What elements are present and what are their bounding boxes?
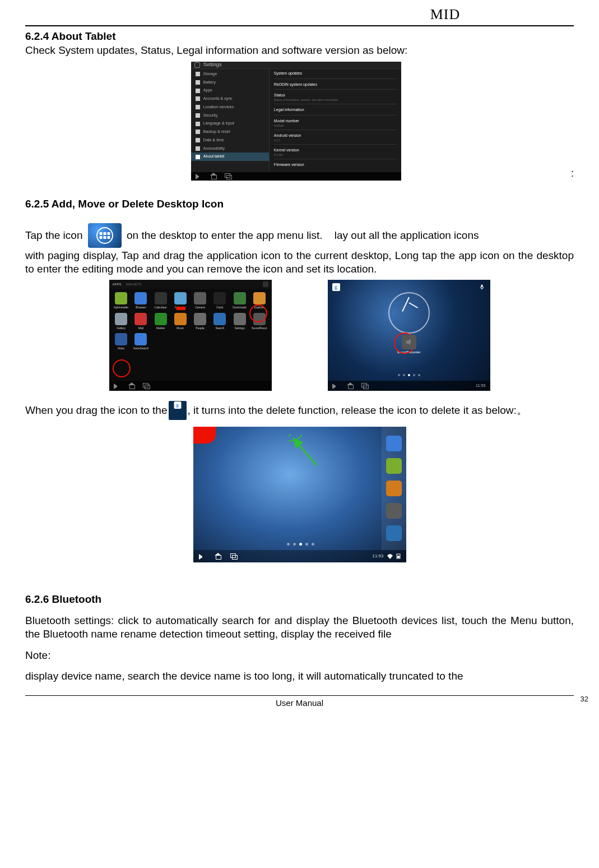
statusbar-time: 11:53	[476, 384, 486, 389]
dock-item	[386, 503, 402, 519]
figure-colon: :	[571, 167, 574, 180]
back-icon	[332, 382, 339, 389]
section-625-p2: with paging display, Tap and drag the ap…	[25, 249, 574, 276]
section-626-note-label: Note:	[25, 649, 574, 662]
dock-item	[386, 436, 402, 451]
back-icon	[199, 553, 206, 560]
about-content: System updates RkODIN system updates Sta…	[270, 69, 401, 172]
battery-icon	[396, 553, 401, 559]
about-side-battery: Battery	[203, 80, 216, 85]
page-indicator	[398, 374, 420, 376]
home-center-app: SoundRecorder	[397, 335, 420, 355]
p3-post: , it turns into the delete function, rel…	[188, 404, 527, 417]
voice-search-icon	[478, 283, 486, 291]
app-drawer-icon	[88, 223, 122, 248]
about-side-storage: Storage	[203, 72, 217, 77]
figure-home-screen: g SoundRecorder 11:53	[328, 280, 490, 391]
app-icon: Video	[113, 333, 130, 350]
section-625-p1: Tap the icon on the desktop to enter the…	[25, 223, 574, 248]
home-icon	[210, 173, 217, 179]
right-dock	[382, 427, 406, 550]
section-624-heading: 6.2.4 About Tablet	[25, 30, 574, 43]
about-sidebar: Storage Battery Apps Accounts & sync Loc…	[191, 69, 270, 172]
p3-pre: When you drag the icon to the	[25, 404, 168, 417]
recent-icon	[361, 382, 368, 389]
figure-about-tablet: Settings Storage Battery Apps Accounts &…	[191, 62, 404, 183]
recent-icon	[143, 382, 150, 389]
about-titlebar: Settings	[191, 62, 401, 69]
figure-apps-grid: APPS WIDGETS ApkInstallerBrowserCalculat…	[109, 280, 272, 391]
recent-icon	[230, 553, 237, 560]
delete-target-indicator	[193, 427, 216, 444]
red-circle-voicesearch	[113, 359, 131, 377]
dock-item	[386, 525, 402, 541]
dock-item	[386, 458, 402, 474]
svg-line-2	[293, 438, 317, 465]
page-header-title: MID	[317, 6, 574, 24]
about-navbar	[191, 172, 401, 181]
analog-clock-widget	[388, 292, 430, 334]
app-icon: ApkInstaller	[113, 292, 130, 309]
section-626-p2: display device name, search the device n…	[25, 670, 574, 683]
page-indicator	[287, 543, 314, 546]
google-search-icon: g	[332, 283, 340, 291]
svg-rect-5	[397, 556, 400, 558]
about-side-accessibility: Accessibility	[203, 146, 225, 151]
app-icon: Search	[211, 313, 229, 330]
footer-label: User Manual	[276, 698, 323, 709]
google-g-inline-icon: g	[169, 401, 187, 420]
about-side-apps: Apps	[203, 88, 212, 93]
app-icon: Camera	[192, 292, 209, 309]
red-circle-explorer	[249, 304, 267, 322]
about-window-title: Settings	[203, 62, 222, 68]
about-side-datetime: Date & time	[203, 138, 224, 143]
app-icon: Downloads	[231, 292, 248, 309]
app-icon: People	[192, 313, 209, 330]
statusbar-time: 11:53	[372, 553, 383, 559]
home-icon	[128, 382, 135, 389]
app-icon: Gallery	[113, 313, 130, 330]
p1-post-text: on the desktop to enter the app menu lis…	[124, 229, 479, 242]
wifi-icon	[387, 553, 393, 559]
section-625-p3: When you drag the icon to the g , it tur…	[25, 401, 574, 420]
about-side-language: Language & input	[203, 121, 234, 126]
about-side-about: About tablet	[203, 154, 224, 159]
footer-rule	[25, 695, 574, 696]
dock-item	[386, 481, 402, 496]
recent-icon	[225, 173, 231, 179]
figure-delete-icon: 11:53	[193, 427, 406, 562]
section-626-p1: Bluetooth settings: click to automatical…	[25, 614, 574, 641]
about-side-backup: Backup & reset	[203, 130, 230, 135]
section-626-heading: 6.2.6 Bluetooth	[25, 593, 574, 606]
p1-pre-text: Tap the icon	[25, 229, 86, 242]
home-icon	[347, 382, 354, 389]
red-annotation-mark	[177, 307, 185, 310]
home-icon	[215, 553, 221, 560]
app-icon: VoiceSearch	[132, 333, 150, 350]
app-icon: Mail	[132, 313, 150, 330]
about-side-accounts: Accounts & sync	[203, 96, 233, 101]
back-icon	[196, 173, 202, 179]
app-icon: Settings	[231, 313, 248, 330]
back-icon	[114, 382, 120, 389]
apps-tab-apps: APPS	[113, 283, 122, 287]
app-icon: Calculator	[152, 292, 169, 309]
shop-icon	[263, 281, 268, 287]
green-arrow-annotation	[289, 435, 322, 468]
section-625-heading: 6.2.5 Add, Move or Delete Desktop Icon	[25, 197, 574, 211]
about-side-security: Security	[203, 113, 217, 118]
header-rule	[25, 25, 574, 26]
app-icon: Music	[171, 313, 189, 330]
section-624-intro: Check System updates, Status, Legal info…	[25, 44, 574, 57]
app-icon: Clock	[211, 292, 229, 309]
svg-rect-0	[481, 285, 482, 288]
page-number: 32	[581, 695, 588, 704]
app-icon: Market	[152, 313, 169, 330]
about-side-location: Location services	[203, 105, 234, 110]
app-icon: Browser	[132, 292, 150, 309]
apps-tab-widgets: WIDGETS	[126, 283, 142, 287]
